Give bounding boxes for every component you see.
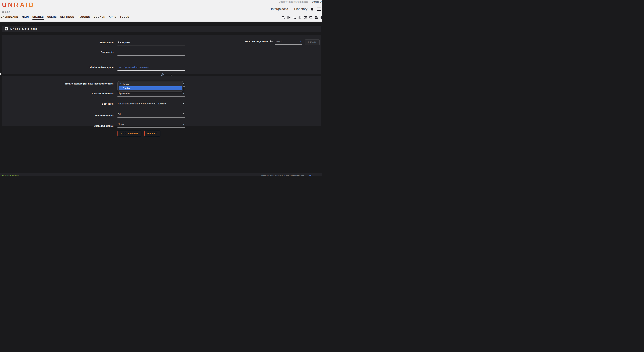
header-toolbar xyxy=(282,16,322,19)
free-space-panel: Minimum free space: xyxy=(2,60,321,74)
included-disks-row: Included disk(s): All ▼ xyxy=(2,112,321,118)
share-icon xyxy=(5,27,8,30)
array-status-text: Array Started xyxy=(5,174,19,176)
primary-storage-dropdown: ✓ Array Cache xyxy=(118,81,183,92)
min-free-space-input[interactable] xyxy=(118,65,185,71)
chevron-down-icon: ▼ xyxy=(183,112,184,115)
nav-dashboard[interactable]: DASHBOARD xyxy=(0,16,18,20)
copyright-text: Unraid® webGui ©2025 Lime Technology, In… xyxy=(261,175,305,176)
crosshair-cursor-icon xyxy=(161,73,164,76)
footer: Array Started Unraid® webGui ©2025 Lime … xyxy=(0,174,322,176)
server-description: Planetary xyxy=(294,7,308,11)
excluded-disks-select[interactable]: None ▼ xyxy=(118,122,185,128)
arrow-left-icon xyxy=(270,40,273,42)
split-level-select[interactable]: Automatically split any directory as req… xyxy=(118,102,185,107)
primary-storage-label: Primary storage (for new files and folde… xyxy=(2,82,114,85)
main-nav: DASHBOARD MAIN SHARES USERS SETTINGS PLU… xyxy=(0,16,129,20)
array-status: Array Started xyxy=(2,174,19,176)
nav-users[interactable]: USERS xyxy=(48,16,57,20)
unraid-logo[interactable]: UNRAID xyxy=(2,1,35,8)
comments-row: Comments: xyxy=(2,50,321,56)
split-level-label: Split level: xyxy=(2,102,114,105)
chevron-down-icon: ▼ xyxy=(300,40,302,42)
allocation-method-select[interactable]: High-water ▼ xyxy=(118,92,185,97)
nav-plugins[interactable]: PLUGINS xyxy=(78,16,90,20)
footer-blue-icon[interactable] xyxy=(310,175,311,176)
allocation-method-label: Allocation method: xyxy=(2,92,114,95)
status-dot-icon xyxy=(2,175,4,176)
header: UNRAID 7.2.3 Uptime 4 hours 36 minutes •… xyxy=(0,0,322,22)
theme-circle-icon[interactable] xyxy=(320,16,322,19)
sign-out-icon[interactable] xyxy=(287,16,290,19)
terminal-icon[interactable] xyxy=(293,16,296,19)
version-number: 7.2.3 xyxy=(5,11,10,14)
server-name: Intergalactic xyxy=(271,7,288,11)
dropdown-option-array-label: Array xyxy=(123,83,129,86)
read-settings-select[interactable]: select... ▼ xyxy=(274,40,302,45)
menu-icon[interactable] xyxy=(317,8,321,11)
dropdown-option-cache[interactable]: Cache xyxy=(118,86,182,90)
min-free-space-row: Minimum free space: xyxy=(2,65,321,71)
chat-icon[interactable] xyxy=(304,16,307,19)
chevron-down-icon: ▼ xyxy=(183,123,184,125)
search-icon[interactable] xyxy=(282,16,285,19)
read-settings-label: Read settings from xyxy=(245,40,268,43)
min-free-space-label: Minimum free space: xyxy=(2,65,114,69)
form-actions: ADD SHARE RESET xyxy=(118,130,160,136)
page-title: Share Settings xyxy=(10,27,38,30)
excluded-disks-label: Excluded disk(s): xyxy=(2,122,114,127)
chevron-down-icon: ▼ xyxy=(183,92,184,94)
share-name-input[interactable] xyxy=(118,40,185,46)
nav-settings[interactable]: SETTINGS xyxy=(60,16,74,20)
uptime-line: Uptime 4 hours 36 minutes • Unraid OS St… xyxy=(279,0,322,3)
read-settings-select-value: select... xyxy=(275,40,284,42)
excluded-disks-value: None xyxy=(118,123,124,126)
allocation-method-row: Allocation method: High-water ▼ xyxy=(2,92,321,97)
dot-separator: • xyxy=(290,7,292,11)
monitor-icon[interactable] xyxy=(309,16,312,19)
allocation-method-value: High-water xyxy=(118,92,130,95)
circle-cursor-icon xyxy=(170,74,172,76)
license-text: Unraid OS Starter xyxy=(312,0,322,3)
check-icon: ✓ xyxy=(119,83,121,86)
read-settings-cluster: Read settings from select... ▼ READ xyxy=(245,40,320,45)
dot-separator: • xyxy=(309,0,311,3)
bell-icon[interactable] xyxy=(310,7,314,11)
add-share-button[interactable]: ADD SHARE xyxy=(118,130,141,136)
nav-main[interactable]: MAIN xyxy=(22,16,29,20)
split-level-value: Automatically split any directory as req… xyxy=(118,102,166,105)
comments-input[interactable] xyxy=(118,50,185,56)
log-icon[interactable] xyxy=(315,16,318,19)
nav-shares[interactable]: SHARES xyxy=(32,16,44,20)
comments-label: Comments: xyxy=(2,50,114,54)
dropdown-option-cache-label: Cache xyxy=(123,87,130,90)
nav-docker[interactable]: DOCKER xyxy=(94,16,105,20)
chevron-down-icon: ▼ xyxy=(183,102,184,104)
page-title-bar: Share Settings xyxy=(2,26,321,32)
footer-copyright: Unraid® webGui ©2025 Lime Technology, In… xyxy=(261,175,311,176)
version-badge: 7.2.3 xyxy=(2,11,10,14)
server-identity: Intergalactic • Planetary xyxy=(271,7,321,12)
share-name-label: Share name: xyxy=(2,40,114,44)
dropdown-option-array[interactable]: ✓ Array xyxy=(118,82,183,86)
reset-button[interactable]: RESET xyxy=(144,130,160,136)
included-disks-value: All xyxy=(118,112,120,115)
copy-icon[interactable] xyxy=(298,16,302,19)
included-disks-select[interactable]: All ▼ xyxy=(118,112,185,118)
version-dot-icon xyxy=(2,11,4,13)
share-identity-panel: Share name: Comments: Read settings from… xyxy=(2,35,321,60)
uptime-text: Uptime 4 hours 36 minutes xyxy=(279,0,308,3)
split-level-row: Split level: Automatically split any dir… xyxy=(2,102,321,107)
nav-apps[interactable]: APPS xyxy=(109,16,116,20)
included-disks-label: Included disk(s): xyxy=(2,112,114,117)
read-button[interactable]: READ xyxy=(305,40,320,45)
excluded-disks-row: Excluded disk(s): None ▼ xyxy=(2,122,321,128)
nav-tools[interactable]: TOOLS xyxy=(120,16,129,20)
edge-dot xyxy=(0,73,1,75)
